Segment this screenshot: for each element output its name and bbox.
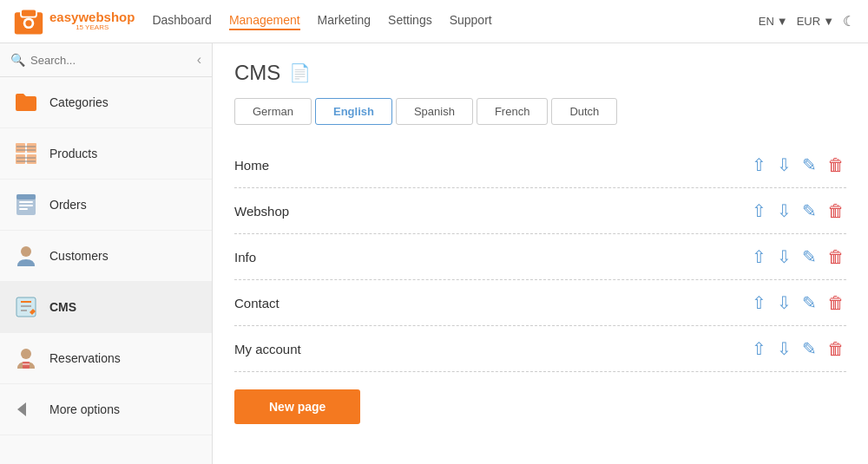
contact-delete-button[interactable]: 🗑 (825, 292, 846, 313)
orders-label: Orders (49, 198, 87, 212)
cms-row-contact: Contact ⇧ ⇩ ✎ 🗑 (234, 280, 846, 326)
more-options-label: More options (49, 402, 120, 416)
info-edit-button[interactable]: ✎ (800, 246, 819, 267)
search-input[interactable] (30, 54, 197, 67)
cms-icon (13, 294, 39, 320)
cms-row-info-actions: ⇧ ⇩ ✎ 🗑 (750, 246, 846, 267)
cms-label: CMS (49, 300, 76, 314)
cms-row-my-account-label: My account (234, 342, 301, 356)
nav-marketing[interactable]: Marketing (318, 13, 371, 30)
cms-page-icon: 📄 (289, 62, 311, 83)
my-account-move-down-button[interactable]: ⇩ (775, 338, 793, 359)
contact-edit-button[interactable]: ✎ (800, 292, 819, 313)
webshop-move-up-button[interactable]: ⇧ (750, 200, 768, 221)
nav-links: Dashboard Management Marketing Settings … (152, 13, 758, 30)
sidebar-item-customers[interactable]: Customers (0, 231, 212, 282)
cms-row-contact-label: Contact (234, 296, 279, 310)
svg-marker-27 (17, 402, 26, 416)
cms-row-contact-actions: ⇧ ⇩ ✎ 🗑 (750, 292, 846, 313)
info-delete-button[interactable]: 🗑 (825, 246, 846, 267)
svg-rect-1 (21, 9, 36, 16)
svg-point-3 (25, 20, 31, 26)
collapse-sidebar-button[interactable]: ‹ (197, 52, 201, 68)
page-title: CMS (234, 61, 280, 85)
info-move-down-button[interactable]: ⇩ (775, 246, 793, 267)
page-header: CMS 📄 (234, 61, 846, 85)
svg-rect-4 (16, 143, 25, 153)
main-content: CMS 📄 German English Spanish French Dutc… (213, 43, 868, 464)
categories-label: Categories (49, 95, 108, 109)
orders-icon (13, 192, 39, 218)
info-move-up-button[interactable]: ⇧ (750, 246, 768, 267)
search-icon: 🔍 (10, 53, 25, 67)
sidebar-item-more-options[interactable]: More options (0, 384, 212, 435)
cms-row-info: Info ⇧ ⇩ ✎ 🗑 (234, 234, 846, 280)
tab-dutch[interactable]: Dutch (551, 98, 617, 125)
nav-management[interactable]: Management (229, 13, 300, 30)
navbar: easy webshop 15 YEARS Dashboard Manageme… (0, 0, 868, 43)
logo-webshop: webshop (78, 10, 135, 25)
sidebar-search-container: 🔍 ‹ (0, 43, 212, 77)
sidebar-item-categories[interactable]: Categories (0, 77, 212, 128)
sidebar-item-reservations[interactable]: Reservations (0, 333, 212, 384)
home-delete-button[interactable]: 🗑 (825, 154, 846, 175)
sidebar: 🔍 ‹ Categories (0, 43, 213, 464)
home-move-down-button[interactable]: ⇩ (775, 154, 793, 175)
my-account-delete-button[interactable]: 🗑 (825, 338, 846, 359)
folder-icon (13, 89, 39, 115)
cms-row-my-account: My account ⇧ ⇩ ✎ 🗑 (234, 326, 846, 372)
layout: 🔍 ‹ Categories (0, 43, 868, 464)
logo-years: 15 YEARS (49, 24, 135, 32)
cms-row-home: Home ⇧ ⇩ ✎ 🗑 (234, 142, 846, 188)
sidebar-nav: Categories Products (0, 77, 212, 464)
currency-selector[interactable]: EUR ▼ (797, 15, 834, 28)
customers-icon (13, 243, 39, 269)
svg-rect-5 (27, 143, 36, 153)
logo: easy webshop 15 YEARS (13, 6, 135, 37)
contact-move-up-button[interactable]: ⇧ (750, 292, 768, 313)
svg-point-23 (21, 349, 31, 359)
cms-row-webshop-actions: ⇧ ⇩ ✎ 🗑 (750, 200, 846, 221)
reservations-icon (13, 345, 39, 371)
new-page-button[interactable]: New page (234, 389, 360, 424)
svg-rect-14 (19, 201, 33, 203)
logo-easy: easy (49, 10, 78, 25)
products-label: Products (49, 147, 97, 160)
cms-row-home-actions: ⇧ ⇩ ✎ 🗑 (750, 154, 846, 175)
svg-rect-28 (26, 406, 36, 413)
svg-rect-17 (16, 194, 36, 199)
cms-row-my-account-actions: ⇧ ⇩ ✎ 🗑 (750, 338, 846, 359)
reservations-label: Reservations (49, 351, 121, 365)
svg-rect-6 (16, 154, 25, 164)
cms-row-webshop-label: Webshop (234, 204, 289, 219)
dark-mode-icon[interactable]: ☾ (843, 13, 855, 29)
sidebar-item-orders[interactable]: Orders (0, 180, 212, 231)
tab-spanish[interactable]: Spanish (396, 98, 473, 125)
svg-rect-24 (23, 362, 30, 369)
my-account-edit-button[interactable]: ✎ (800, 338, 819, 359)
svg-point-18 (21, 246, 31, 257)
language-selector[interactable]: EN ▼ (759, 15, 788, 28)
webshop-move-down-button[interactable]: ⇩ (775, 200, 793, 221)
svg-rect-7 (27, 154, 36, 164)
tab-english[interactable]: English (315, 98, 392, 125)
contact-move-down-button[interactable]: ⇩ (775, 292, 793, 313)
webshop-edit-button[interactable]: ✎ (800, 200, 819, 221)
cms-row-info-label: Info (234, 250, 256, 265)
tab-french[interactable]: French (477, 98, 548, 125)
customers-label: Customers (49, 249, 108, 263)
tab-german[interactable]: German (234, 98, 312, 125)
webshop-delete-button[interactable]: 🗑 (825, 200, 846, 221)
cms-row-home-label: Home (234, 158, 269, 173)
home-move-up-button[interactable]: ⇧ (750, 154, 768, 175)
home-edit-button[interactable]: ✎ (800, 154, 819, 175)
products-icon (13, 141, 39, 167)
nav-settings[interactable]: Settings (388, 13, 432, 30)
cms-row-webshop: Webshop ⇧ ⇩ ✎ 🗑 (234, 188, 846, 234)
sidebar-item-cms[interactable]: CMS (0, 282, 212, 333)
nav-right: EN ▼ EUR ▼ ☾ (759, 13, 855, 29)
nav-support[interactable]: Support (450, 13, 492, 30)
my-account-move-up-button[interactable]: ⇧ (750, 338, 768, 359)
nav-dashboard[interactable]: Dashboard (152, 13, 212, 30)
sidebar-item-products[interactable]: Products (0, 128, 212, 180)
